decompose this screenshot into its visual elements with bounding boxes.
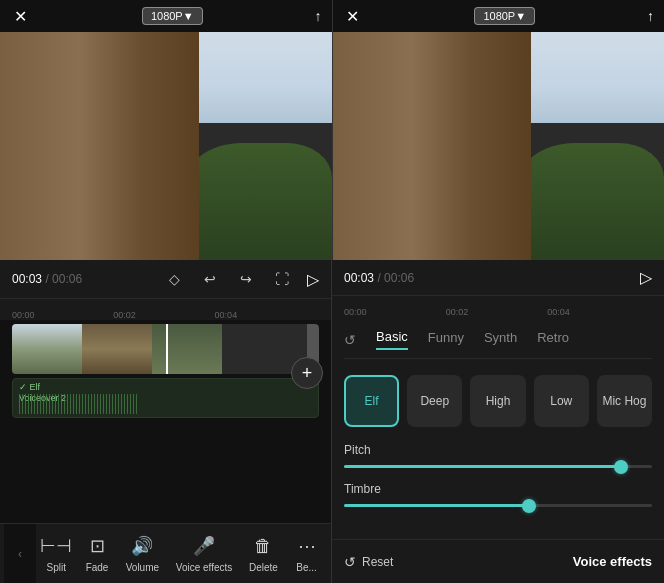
left-time-current: 00:03 xyxy=(12,272,42,286)
delete-label: Delete xyxy=(249,562,278,573)
voice-effects-label: Voice effects xyxy=(176,562,233,573)
timbre-slider-fill xyxy=(344,504,529,507)
pitch-slider-thumb[interactable] xyxy=(614,460,628,474)
ruler-mark-1: 00:02 xyxy=(113,310,136,320)
fade-label: Fade xyxy=(86,562,109,573)
right-ruler-mark-1: 00:02 xyxy=(446,307,469,317)
volume-tool[interactable]: 🔊 Volume xyxy=(120,530,165,577)
effect-mic-hog-label: Mic Hog xyxy=(602,394,646,408)
split-tool[interactable]: ⊢⊣ Split xyxy=(38,530,74,577)
left-editor-panel: 00:03 / 00:06 ◇ ↩ ↪ ⛶ ▷ 00:00 00:02 00:0… xyxy=(0,260,332,583)
effect-card-elf[interactable]: Elf xyxy=(344,375,399,427)
effect-low-label: Low xyxy=(550,394,572,408)
pitch-slider-row: Pitch xyxy=(344,443,652,468)
effect-card-deep[interactable]: Deep xyxy=(407,375,462,427)
split-icon: ⊢⊣ xyxy=(44,534,68,558)
pitch-slider-track[interactable] xyxy=(344,465,652,468)
right-ruler-mark-0: 00:00 xyxy=(344,307,367,317)
voice-bottom-bar: ↺ Reset Voice effects xyxy=(332,539,664,583)
pitch-slider-fill xyxy=(344,465,621,468)
tab-basic[interactable]: Basic xyxy=(376,329,408,350)
fade-tool[interactable]: ⊡ Fade xyxy=(79,530,115,577)
left-close-button[interactable]: ✕ xyxy=(10,6,30,26)
effect-cards: Elf Deep High Low Mic Hog xyxy=(344,375,652,427)
effect-card-low[interactable]: Low xyxy=(534,375,589,427)
volume-label: Volume xyxy=(126,562,159,573)
voice-effects-tool[interactable]: 🎤 Voice effects xyxy=(170,530,239,577)
tab-history-icon[interactable]: ↺ xyxy=(344,332,356,348)
ruler-mark-0: 00:00 xyxy=(12,310,35,320)
left-barn xyxy=(0,32,199,260)
effect-tabs: ↺ Basic Funny Synth Retro xyxy=(344,329,652,359)
right-timeline-ruler: 00:00 00:02 00:04 xyxy=(332,295,664,317)
tool-items: ⊢⊣ Split ⊡ Fade 🔊 Volume 🎤 Voice effects… xyxy=(36,530,327,577)
timbre-slider-track[interactable] xyxy=(344,504,652,507)
right-trees xyxy=(515,143,664,260)
right-time-current: 00:03 xyxy=(344,271,374,285)
left-resolution-badge[interactable]: 1080P▼ xyxy=(142,7,203,25)
bottom-toolbar: ‹ ⊢⊣ Split ⊡ Fade 🔊 Volume 🎤 Voice effec… xyxy=(0,523,331,583)
left-video-panel: ✕ 1080P▼ ↑ xyxy=(0,0,332,260)
effect-card-high[interactable]: High xyxy=(470,375,525,427)
more-tool[interactable]: ⋯ Be... xyxy=(289,530,325,577)
expand-icon[interactable]: ⛶ xyxy=(271,268,293,290)
right-ruler-mark-2: 00:04 xyxy=(547,307,570,317)
left-timeline-area[interactable]: + ✓ Elf Voiceover 2 xyxy=(0,320,331,523)
effect-high-label: High xyxy=(486,394,511,408)
right-play-button[interactable]: ▷ xyxy=(640,268,652,287)
add-clip-button[interactable]: + xyxy=(291,357,323,389)
right-editor-toolbar: 00:03 / 00:06 ▷ xyxy=(332,260,664,295)
voice-effects-title: Voice effects xyxy=(573,554,652,569)
right-time-display: 00:03 / 00:06 xyxy=(344,271,414,285)
undo-icon[interactable]: ↩ xyxy=(199,268,221,290)
right-voice-effects-panel: 00:03 / 00:06 ▷ 00:00 00:02 00:04 ↺ Basi… xyxy=(332,260,664,583)
audio-track: ✓ Elf Voiceover 2 xyxy=(12,378,319,418)
left-timeline-ruler: 00:00 00:02 00:04 xyxy=(0,298,331,320)
redo-icon[interactable]: ↪ xyxy=(235,268,257,290)
effect-elf-label: Elf xyxy=(365,394,379,408)
timbre-slider-thumb[interactable] xyxy=(522,499,536,513)
nav-arrow-left[interactable]: ‹ xyxy=(4,524,36,584)
timbre-label: Timbre xyxy=(344,482,652,496)
more-label: Be... xyxy=(296,562,317,573)
tab-synth[interactable]: Synth xyxy=(484,330,517,349)
left-upload-button[interactable]: ↑ xyxy=(314,8,321,24)
playhead xyxy=(166,324,168,374)
right-upload-button[interactable]: ↑ xyxy=(647,8,654,24)
tab-funny[interactable]: Funny xyxy=(428,330,464,349)
split-label: Split xyxy=(47,562,66,573)
right-resolution-badge[interactable]: 1080P▼ xyxy=(474,7,535,25)
volume-icon: 🔊 xyxy=(130,534,154,558)
right-time-total: 00:06 xyxy=(384,271,414,285)
reset-label: Reset xyxy=(362,555,393,569)
ruler-mark-2: 00:04 xyxy=(215,310,238,320)
right-video-panel: ✕ 1080P▼ ↑ xyxy=(332,0,665,260)
more-icon: ⋯ xyxy=(295,534,319,558)
left-time-total: 00:06 xyxy=(52,272,82,286)
track-thumb-2 xyxy=(82,324,152,374)
delete-icon: 🗑 xyxy=(251,534,275,558)
delete-tool[interactable]: 🗑 Delete xyxy=(243,530,284,577)
right-close-button[interactable]: ✕ xyxy=(343,6,363,26)
right-video-header: ✕ 1080P▼ ↑ xyxy=(333,0,665,32)
left-resolution-label: 1080P▼ xyxy=(151,10,194,22)
fade-icon: ⊡ xyxy=(85,534,109,558)
audio-waveform xyxy=(19,394,139,414)
diamond-icon[interactable]: ◇ xyxy=(163,268,185,290)
effect-deep-label: Deep xyxy=(420,394,449,408)
right-barn xyxy=(333,32,532,260)
reset-button[interactable]: ↺ Reset xyxy=(344,554,393,570)
track-thumb-1 xyxy=(12,324,82,374)
play-button[interactable]: ▷ xyxy=(307,270,319,289)
tab-retro[interactable]: Retro xyxy=(537,330,569,349)
effect-card-mic-hog[interactable]: Mic Hog xyxy=(597,375,652,427)
right-resolution-label: 1080P▼ xyxy=(483,10,526,22)
reset-icon: ↺ xyxy=(344,554,356,570)
left-editor-toolbar: 00:03 / 00:06 ◇ ↩ ↪ ⛶ ▷ xyxy=(0,260,331,298)
left-time-display: 00:03 / 00:06 xyxy=(12,272,82,286)
timbre-slider-row: Timbre xyxy=(344,482,652,507)
left-video-header: ✕ 1080P▼ ↑ xyxy=(0,0,332,32)
timeline-tracks: + ✓ Elf Voiceover 2 xyxy=(0,320,331,426)
video-track xyxy=(12,324,319,374)
left-toolbar-controls: ◇ ↩ ↪ ⛶ ▷ xyxy=(163,268,319,290)
